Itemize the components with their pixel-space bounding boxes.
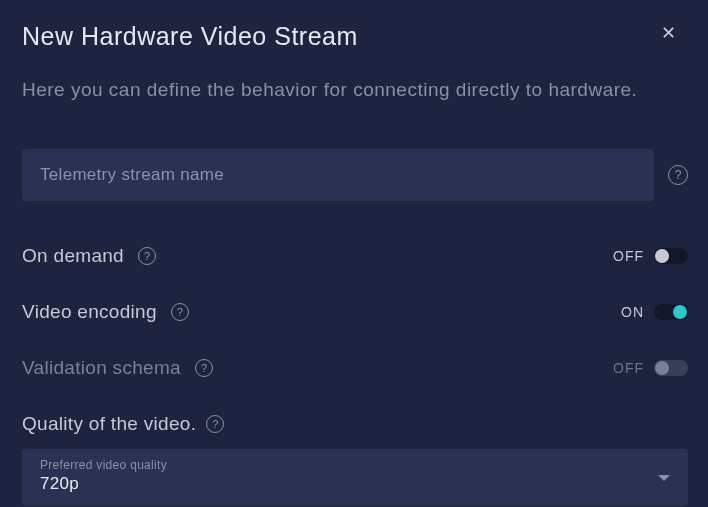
on-demand-label: On demand	[22, 245, 124, 267]
help-icon[interactable]: ?	[138, 247, 156, 265]
validation-schema-state: OFF	[613, 360, 644, 376]
validation-schema-toggle	[654, 360, 688, 376]
dialog-new-hardware-stream: New Hardware Video Stream ✕ Here you can…	[0, 0, 708, 506]
quality-value: 720p	[40, 474, 672, 494]
on-demand-toggle[interactable]	[654, 248, 688, 264]
video-encoding-label: Video encoding	[22, 301, 157, 323]
quality-floating-label: Preferred video quality	[40, 458, 672, 472]
help-icon[interactable]: ?	[171, 303, 189, 321]
dialog-title: New Hardware Video Stream	[22, 22, 358, 51]
help-icon[interactable]: ?	[668, 165, 688, 185]
video-encoding-state: ON	[621, 304, 644, 320]
close-icon[interactable]: ✕	[657, 20, 680, 46]
quality-select[interactable]: Preferred video quality 720p	[22, 449, 688, 506]
help-icon[interactable]: ?	[206, 415, 224, 433]
quality-section-label: Quality of the video.	[22, 413, 196, 435]
video-encoding-toggle[interactable]	[654, 304, 688, 320]
dialog-subtitle: Here you can define the behavior for con…	[22, 79, 688, 101]
stream-name-input[interactable]	[22, 149, 654, 201]
validation-schema-label: Validation schema	[22, 357, 181, 379]
chevron-down-icon	[658, 475, 670, 481]
help-icon[interactable]: ?	[195, 359, 213, 377]
on-demand-state: OFF	[613, 248, 644, 264]
